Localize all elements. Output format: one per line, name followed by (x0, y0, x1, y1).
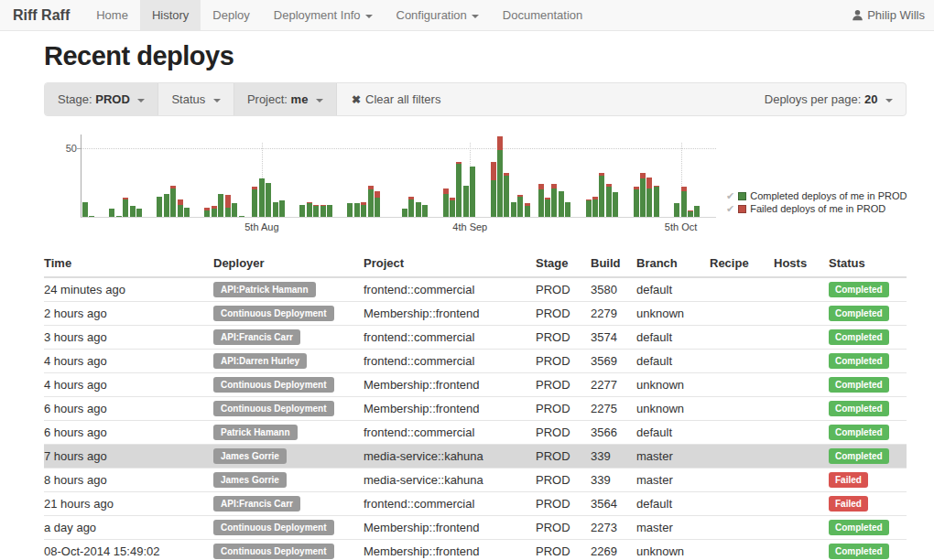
deploy-bar[interactable] (225, 195, 231, 217)
deploy-bar[interactable] (497, 136, 503, 218)
nav-item-deploy[interactable]: Deploy (201, 0, 261, 30)
deploy-bar[interactable] (565, 202, 570, 218)
deploy-bar[interactable] (116, 216, 122, 218)
deploy-bar[interactable] (347, 203, 353, 217)
deploy-bar[interactable] (599, 173, 604, 217)
clear-all-filters-button[interactable]: ✖Clear all filters (337, 83, 455, 115)
nav-item-home[interactable]: Home (84, 0, 140, 30)
table-row[interactable]: 6 hours agoPatrick Hamannfrontend::comme… (44, 421, 907, 445)
project-filter-dropdown[interactable]: Project: me (234, 83, 337, 115)
table-row[interactable]: 4 hours agoContinuous DeploymentMembersh… (44, 373, 907, 397)
table-row[interactable]: 3 hours agoAPI:Francis Carrfrontend::com… (44, 326, 907, 350)
nav-item-history[interactable]: History (140, 0, 201, 30)
deploy-bar[interactable] (109, 209, 114, 217)
deploy-bar[interactable] (681, 187, 687, 217)
deploy-bar[interactable] (89, 216, 94, 218)
table-row[interactable]: 6 hours agoContinuous DeploymentMembersh… (44, 397, 907, 421)
deploy-bar[interactable] (688, 210, 693, 218)
deploy-bar[interactable] (463, 186, 469, 218)
deploy-bar[interactable] (470, 167, 475, 218)
deploy-bar[interactable] (130, 206, 136, 217)
table-row[interactable]: 24 minutes agoAPI:Patrick Hamannfrontend… (44, 277, 907, 302)
deploy-bar[interactable] (123, 198, 128, 217)
deploy-bar[interactable] (232, 203, 237, 217)
deploy-bar[interactable] (368, 186, 374, 218)
deploy-bar[interactable] (239, 216, 244, 218)
deploy-bar[interactable] (361, 202, 366, 218)
failed-segment (525, 203, 530, 206)
deploy-bar[interactable] (674, 203, 679, 217)
cell-deployer: Continuous Deployment (213, 302, 364, 326)
deploy-bar[interactable] (511, 202, 516, 218)
deploy-bar[interactable] (375, 191, 380, 218)
deploy-bar[interactable] (538, 184, 544, 217)
deploy-bar[interactable] (320, 205, 326, 218)
deploy-bar[interactable] (327, 205, 332, 218)
nav-item-documentation[interactable]: Documentation (491, 0, 594, 30)
deploy-bar[interactable] (416, 202, 421, 218)
completed-segment (82, 202, 88, 218)
table-row[interactable]: 21 hours agoAPI:Francis Carrfrontend::co… (44, 492, 907, 516)
user-menu[interactable]: Philip Wills (852, 0, 934, 30)
deploy-bar[interactable] (525, 203, 530, 217)
deploy-bar[interactable] (184, 208, 190, 218)
stage-filter-dropdown[interactable]: Stage: PROD (45, 83, 158, 115)
deploy-bar[interactable] (408, 197, 414, 218)
deploy-bar[interactable] (157, 197, 162, 218)
deployer-badge: Patrick Hamann (213, 425, 298, 440)
deploy-bar[interactable] (354, 203, 360, 217)
app-brand[interactable]: Riff Raff (0, 0, 84, 30)
deploy-bar[interactable] (279, 200, 285, 217)
deploys-per-page-dropdown[interactable]: Deploys per page: 20 (765, 83, 906, 115)
nav-item-deployment-info[interactable]: Deployment Info (262, 0, 385, 30)
deploy-bar[interactable] (307, 202, 312, 218)
deploy-bar[interactable] (592, 197, 598, 218)
table-row[interactable]: 2 hours agoContinuous DeploymentMembersh… (44, 302, 907, 326)
table-row[interactable]: 4 hours agoAPI:Darren Hurleyfrontend::co… (44, 350, 907, 373)
deploy-bar[interactable] (634, 187, 639, 217)
deploy-bar[interactable] (654, 186, 659, 218)
deploy-bar[interactable] (402, 209, 407, 217)
deploy-bar[interactable] (443, 188, 449, 218)
table-row[interactable]: 08-Oct-2014 15:49:02Continuous Deploymen… (44, 540, 907, 560)
deploy-bar[interactable] (646, 178, 652, 218)
status-filter-dropdown[interactable]: Status (158, 83, 234, 115)
deploy-bar[interactable] (545, 198, 550, 217)
deploy-bar[interactable] (170, 186, 176, 218)
table-row[interactable]: 8 hours agoJames Gorriemedia-service::ka… (44, 468, 907, 492)
deploy-bar[interactable] (259, 178, 265, 217)
table-row[interactable]: 7 hours agoJames Gorriemedia-service::ka… (44, 445, 907, 468)
column-header-stage: Stage (536, 252, 591, 277)
deploy-bar[interactable] (450, 198, 455, 217)
deploy-bar[interactable] (517, 195, 523, 217)
deploy-bar[interactable] (178, 199, 183, 218)
deploy-bar[interactable] (266, 183, 271, 218)
deploy-bar[interactable] (273, 202, 278, 218)
deploy-bar[interactable] (252, 187, 257, 217)
deploy-bar[interactable] (456, 162, 462, 217)
deploy-bar[interactable] (136, 209, 142, 217)
legend-item[interactable]: ✔Completed deploys of me in PROD (726, 189, 907, 202)
legend-item[interactable]: ✔Failed deploys of me in PROD (726, 202, 907, 215)
deploy-bar[interactable] (640, 173, 646, 217)
deploy-bar[interactable] (559, 191, 564, 218)
deploy-bar[interactable] (204, 208, 210, 218)
deploy-bar[interactable] (491, 162, 496, 217)
deploy-bar[interactable] (694, 206, 700, 217)
deployer-badge: API:Darren Hurley (213, 353, 307, 369)
deploy-bar[interactable] (586, 199, 592, 218)
deploy-bar[interactable] (613, 192, 618, 217)
deploy-bar[interactable] (218, 194, 223, 218)
nav-item-configuration[interactable]: Configuration (385, 0, 491, 30)
deploy-bar[interactable] (551, 184, 557, 217)
table-row[interactable]: a day agoContinuous DeploymentMembership… (44, 516, 907, 540)
status-badge: Completed (829, 353, 889, 369)
deploy-bar[interactable] (212, 206, 217, 217)
deploy-bar[interactable] (504, 173, 509, 217)
deploy-bar[interactable] (606, 184, 612, 217)
deploy-bar[interactable] (422, 205, 428, 218)
deploy-bar[interactable] (299, 205, 305, 218)
deploy-bar[interactable] (313, 205, 319, 218)
deploy-bar[interactable] (164, 194, 169, 218)
deploy-bar[interactable] (82, 202, 88, 218)
